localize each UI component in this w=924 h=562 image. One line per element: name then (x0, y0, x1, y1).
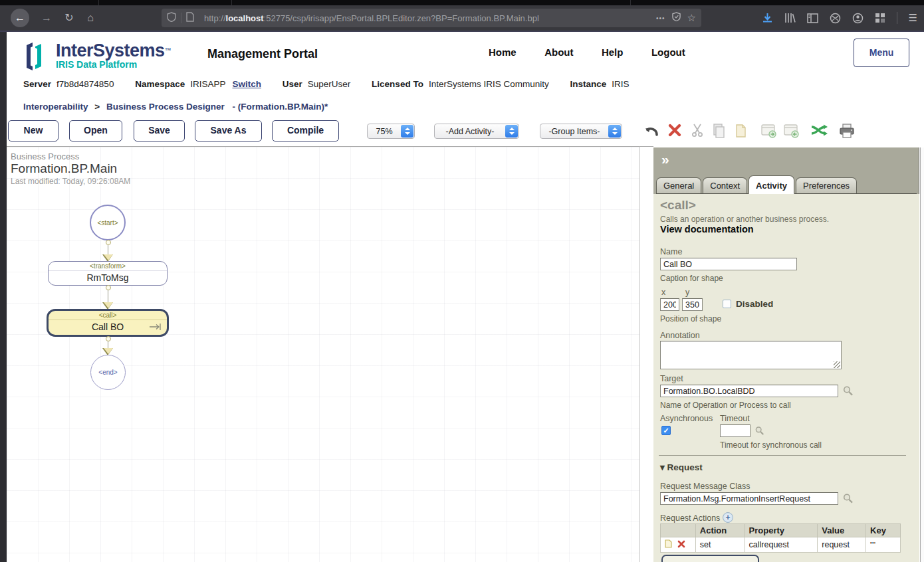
diagram-canvas[interactable]: Business Process Formation.BP.Main Last … (7, 146, 639, 562)
action-cell[interactable]: set (695, 537, 745, 553)
new-button[interactable]: New (8, 120, 58, 141)
request-section-header[interactable]: ▾ Request (660, 462, 703, 472)
nav-logout[interactable]: Logout (651, 47, 685, 58)
view-documentation-link[interactable]: View documentation (660, 224, 754, 234)
asynchronous-checkbox[interactable]: ✓ (661, 426, 671, 435)
shield-icon[interactable] (167, 12, 176, 25)
zoom-select[interactable]: 75% (367, 124, 415, 139)
timeout-input[interactable] (720, 424, 751, 437)
delete-action-icon[interactable] (677, 541, 685, 550)
nav-about[interactable]: About (544, 47, 573, 58)
user-value: SuperUser (308, 79, 351, 89)
permissions-shield-icon[interactable] (672, 12, 681, 24)
print-icon[interactable] (838, 123, 856, 140)
call-node-selected[interactable]: <call> Call BO (47, 309, 169, 337)
more-actions-icon[interactable]: ••• (656, 15, 665, 22)
add-action-icon[interactable]: + (723, 512, 733, 523)
row-tools-header (661, 524, 696, 537)
disabled-checkbox[interactable] (723, 300, 731, 308)
target-search-icon[interactable] (842, 385, 854, 399)
position-help: Position of shape (660, 314, 721, 324)
page-scroll-strip[interactable] (920, 147, 924, 562)
menu-button[interactable]: Menu (854, 39, 909, 67)
tab-general[interactable]: General (656, 177, 701, 193)
tab-context[interactable]: Context (703, 177, 747, 193)
compile-button[interactable]: Compile (272, 120, 339, 141)
hamburger-menu-icon[interactable]: ☰ (909, 12, 917, 24)
forward-button[interactable]: → (37, 9, 56, 27)
request-section-title: Request (667, 462, 703, 472)
downloads-icon[interactable] (762, 13, 773, 24)
select-stepper-icon (608, 125, 621, 138)
x-label: x (661, 288, 665, 297)
request-message-class-input[interactable] (660, 492, 838, 505)
start-node[interactable]: <start> (90, 205, 126, 240)
panel-tabs: General Context Activity Preferences (656, 174, 917, 194)
connector (102, 240, 114, 262)
edit-action-icon[interactable] (665, 541, 674, 550)
paste-icon[interactable] (733, 123, 751, 140)
target-input[interactable] (660, 385, 838, 397)
top-nav: Home About Help Logout (489, 47, 711, 58)
key-cell[interactable]: "" (866, 537, 901, 553)
extensions-icon[interactable] (830, 13, 841, 24)
undo-icon[interactable] (643, 123, 661, 140)
request-actions-table: Action Property Value Key set (660, 523, 901, 553)
select-stepper-icon (401, 125, 413, 138)
transform-node[interactable]: <transform> RmToMsg (48, 261, 168, 286)
reload-button[interactable]: ↻ (60, 9, 78, 27)
save-as-button[interactable]: Save As (195, 120, 262, 141)
export-icon[interactable] (783, 123, 800, 140)
save-button[interactable]: Save (134, 120, 185, 141)
x-input[interactable] (660, 298, 679, 311)
property-cell[interactable]: callrequest (745, 537, 818, 553)
value-cell[interactable]: request (818, 537, 866, 553)
account-icon[interactable] (852, 13, 864, 24)
breadcrumb-current: - (Formation.BP.Main)* (233, 102, 328, 112)
nav-home[interactable]: Home (489, 47, 517, 58)
name-input[interactable] (660, 258, 797, 270)
library-icon[interactable] (784, 13, 796, 23)
user-label: User (283, 79, 302, 89)
namespace-label: Namespace (135, 79, 185, 89)
url-bar[interactable]: http://localhost:52775/csp/irisapp/EnsPo… (162, 9, 701, 27)
sidebar-icon[interactable] (807, 13, 818, 23)
bookmark-star-icon[interactable]: ☆ (687, 12, 696, 24)
open-button[interactable]: Open (69, 120, 122, 141)
end-node[interactable]: <end> (90, 355, 126, 390)
y-input[interactable] (682, 298, 703, 311)
table-row: set callrequest request "" (661, 537, 901, 553)
timeout-help: Timeout for synchronous call (720, 440, 822, 450)
annotation-textarea[interactable] (660, 341, 842, 369)
back-button[interactable]: ← (11, 9, 29, 27)
partial-button[interactable] (661, 555, 759, 562)
breadcrumb-page[interactable]: Business Process Designer (106, 102, 225, 112)
call-output-arrow-icon (148, 323, 163, 331)
switch-link[interactable]: Switch (233, 79, 262, 89)
tab-activity[interactable]: Activity (749, 175, 794, 194)
timeout-search-icon[interactable] (754, 426, 764, 438)
add-activity-value: -Add Activity- (435, 127, 505, 136)
activity-element-description: Calls an operation or another business p… (660, 215, 829, 224)
request-class-search-icon[interactable] (842, 493, 854, 507)
url-text[interactable]: http://localhost:52775/csp/irisapp/EnsPo… (204, 13, 656, 23)
licensed-value: InterSystems IRIS Community (429, 79, 549, 89)
page-title: Management Portal (207, 47, 318, 61)
add-activity-select[interactable]: -Add Activity- (434, 124, 519, 139)
home-button[interactable]: ⌂ (81, 9, 100, 27)
copy-icon[interactable] (711, 123, 729, 140)
breadcrumb-section[interactable]: Interoperability (23, 102, 88, 112)
import-icon[interactable] (760, 123, 778, 140)
cut-icon[interactable] (690, 123, 707, 140)
url-protocol: http:// (204, 13, 226, 23)
shuffle-icon[interactable] (810, 123, 828, 140)
apps-grid-icon[interactable] (875, 13, 885, 23)
collapse-panel-icon[interactable]: » (661, 151, 669, 167)
tab-preferences[interactable]: Preferences (796, 177, 857, 193)
textarea-resize-grip[interactable] (834, 361, 840, 368)
group-items-select[interactable]: -Group Items- (540, 124, 622, 139)
nav-help[interactable]: Help (602, 47, 624, 58)
name-label: Name (660, 247, 682, 256)
delete-icon[interactable] (667, 123, 685, 140)
table-header-row: Action Property Value Key (661, 524, 901, 537)
